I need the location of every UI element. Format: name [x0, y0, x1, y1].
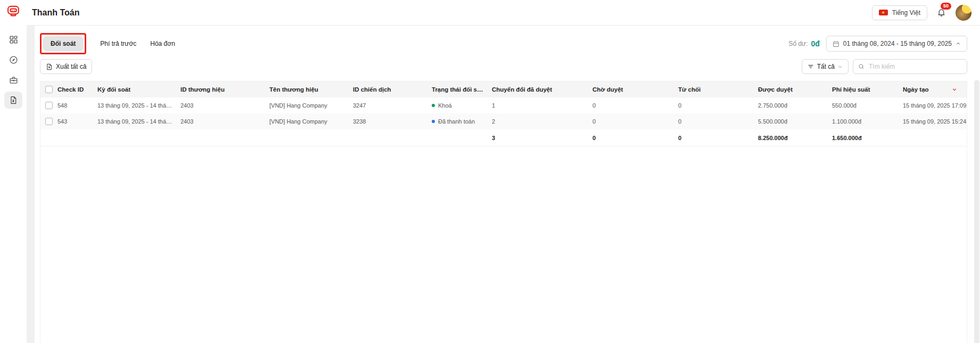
tab-phi-tra-truoc[interactable]: Phí trả trước	[100, 36, 136, 51]
cell-rejected: 0	[678, 118, 758, 125]
left-gutter	[27, 26, 35, 343]
select-all-checkbox[interactable]	[45, 86, 53, 93]
cell-brand-id: 2403	[180, 102, 269, 109]
status-badge: Đã thanh toán	[432, 118, 485, 125]
export-all-label: Xuất tất cả	[56, 63, 86, 70]
col-ngay-tao[interactable]: Ngày tạo	[903, 86, 967, 93]
robot-logo-icon	[6, 3, 21, 18]
tab-hoa-don[interactable]: Hóa đơn	[150, 36, 175, 51]
sidebar	[0, 0, 27, 343]
content-card: Đối soát Phí trả trước Hóa đơn Số dư: 0đ	[35, 26, 980, 343]
content-row: Đối soát Phí trả trước Hóa đơn Số dư: 0đ	[27, 26, 980, 343]
tab-list: Đối soát Phí trả trước Hóa đơn	[40, 33, 175, 54]
filter-lines-icon	[808, 63, 814, 70]
col-check-id: Check ID	[57, 86, 97, 93]
chevron-down-icon	[838, 64, 843, 69]
tab-doi-soat[interactable]: Đối soát	[43, 36, 83, 51]
grid-icon	[9, 35, 18, 44]
export-file-icon	[46, 63, 53, 70]
col-phi-hieu-suat: Phí hiệu suất	[832, 86, 903, 93]
cell-performance-fee: 1.100.000đ	[832, 118, 903, 125]
notifications-button[interactable]: 50	[937, 8, 946, 17]
notification-count-badge: 50	[941, 3, 951, 10]
user-avatar[interactable]	[956, 5, 971, 21]
row-checkbox[interactable]	[45, 118, 53, 125]
cell-check-id: 543	[57, 118, 97, 125]
col-id-thuong-hieu: ID thương hiệu	[180, 86, 269, 93]
select-all-checkbox-cell	[40, 86, 57, 93]
col-trang-thai: Trạng thái đối soát	[432, 86, 492, 93]
cell-approved-conversions: 2	[492, 118, 592, 125]
cell-brand-id: 2403	[180, 118, 269, 125]
filter-label: Tất cả	[817, 63, 835, 70]
sidebar-item-workspace[interactable]	[4, 71, 22, 88]
status-label: Khoá	[438, 102, 452, 109]
cell-created-at: 15 tháng 09, 2025 15:24:43	[903, 118, 967, 125]
balance-and-date: Số dư: 0đ 01 tháng 08, 2024 - 15 tháng 0…	[788, 36, 967, 52]
reconciliation-table: Check ID Kỳ đối soát ID thương hiệu Tên …	[40, 81, 967, 343]
app-logo[interactable]	[6, 3, 21, 18]
total-rejected: 0	[678, 135, 758, 141]
vertical-scrollbar[interactable]	[974, 80, 979, 343]
toolbar-right: Tất cả	[802, 59, 967, 74]
balance-value: 0đ	[811, 39, 819, 48]
cell-created-at: 15 tháng 09, 2025 17:09:25	[903, 102, 967, 109]
cell-approved-conversions: 1	[492, 102, 592, 109]
col-cho-duyet: Chờ duyệt	[592, 86, 678, 93]
header-actions: ★ Tiếng Việt 50	[872, 5, 971, 21]
annotation-highlight: Đối soát	[40, 33, 86, 54]
compass-icon	[9, 55, 18, 64]
sort-descending-icon[interactable]	[952, 87, 957, 92]
top-header: Thanh Toán ★ Tiếng Việt 50	[27, 0, 980, 26]
tabs-row: Đối soát Phí trả trước Hóa đơn Số dư: 0đ	[40, 33, 980, 54]
page-title: Thanh Toán	[32, 8, 79, 18]
sidebar-item-dashboard[interactable]	[4, 31, 22, 48]
date-range-value: 01 tháng 08, 2024 - 15 tháng 09, 2025	[843, 40, 952, 47]
export-all-button[interactable]: Xuất tất cả	[40, 59, 92, 74]
status-dot	[432, 104, 435, 107]
vietnam-flag-icon: ★	[879, 10, 888, 15]
cell-period: 13 tháng 09, 2025 - 14 tháng 09, 2...	[97, 118, 180, 125]
col-ten-thuong-hieu: Tên thương hiệu	[269, 86, 353, 93]
col-chuyen-doi-da-duyet: Chuyển đổi đã duyệt	[492, 86, 592, 93]
total-approved-amount: 8.250.000đ	[758, 135, 832, 141]
status-dot	[432, 120, 435, 123]
cell-approved-amount: 5.500.000đ	[758, 118, 832, 125]
cell-pending: 0	[592, 118, 678, 125]
date-range-picker[interactable]: 01 tháng 08, 2024 - 15 tháng 09, 2025	[826, 36, 967, 52]
cell-pending: 0	[592, 102, 678, 109]
cell-brand-name: [VND] Hang Company	[269, 118, 353, 125]
cell-period: 13 tháng 09, 2025 - 14 tháng 09, 2...	[97, 102, 180, 109]
filter-dropdown[interactable]: Tất cả	[802, 59, 849, 74]
cell-campaign-id: 3238	[353, 118, 432, 125]
col-id-chien-dich: ID chiến dịch	[353, 86, 432, 93]
calendar-icon	[833, 40, 839, 47]
sidebar-item-explore[interactable]	[4, 51, 22, 68]
col-tu-choi: Từ chối	[678, 86, 758, 93]
invoice-icon	[9, 96, 18, 104]
briefcase-icon	[9, 76, 18, 85]
cell-check-id: 548	[57, 102, 97, 109]
search-input[interactable]	[868, 62, 962, 71]
total-performance-fee: 1.650.000đ	[832, 135, 903, 141]
cell-rejected: 0	[678, 102, 758, 109]
status-label: Đã thanh toán	[438, 118, 475, 125]
cell-approved-amount: 2.750.000đ	[758, 102, 832, 109]
total-approved-conversions: 3	[492, 135, 592, 141]
sidebar-item-billing[interactable]	[4, 92, 22, 109]
status-badge: Khoá	[432, 102, 485, 109]
language-button[interactable]: ★ Tiếng Việt	[872, 5, 927, 20]
search-icon	[858, 63, 864, 70]
table-empty-area	[40, 146, 967, 343]
cell-brand-name: [VND] Hang Company	[269, 102, 353, 109]
language-label: Tiếng Việt	[892, 9, 920, 17]
table-row: 548 13 tháng 09, 2025 - 14 tháng 09, 2..…	[40, 97, 967, 113]
sidebar-nav	[4, 31, 22, 109]
cell-performance-fee: 550.000đ	[832, 102, 903, 109]
total-pending: 0	[592, 135, 678, 141]
row-checkbox[interactable]	[45, 102, 53, 109]
main-area: Thanh Toán ★ Tiếng Việt 50	[27, 0, 980, 343]
table-row: 543 13 tháng 09, 2025 - 14 tháng 09, 2..…	[40, 113, 967, 129]
table-header-row: Check ID Kỳ đối soát ID thương hiệu Tên …	[40, 81, 967, 97]
col-duoc-duyet: Được duyệt	[758, 86, 832, 93]
